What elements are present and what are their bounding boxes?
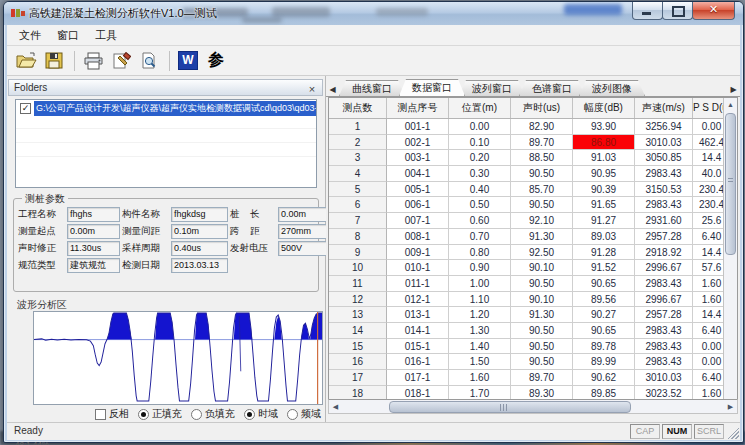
table-row[interactable]: 13013-11.2091.3090.272957.2814.4 — [329, 307, 737, 323]
table-cell[interactable]: 89.56 — [573, 292, 635, 308]
table-row[interactable]: 11011-11.0090.5090.652983.431.60 — [329, 276, 737, 292]
table-row[interactable]: 4004-10.3090.5090.952983.4340.0 — [329, 166, 737, 182]
table-cell[interactable]: 3150.53 — [635, 182, 693, 198]
table-cell[interactable]: 89.99 — [573, 354, 635, 370]
scroll-up-icon[interactable]: ▲ — [724, 98, 737, 111]
table-cell[interactable]: 1.50 — [449, 354, 511, 370]
table-row[interactable]: 9009-10.8092.5091.282918.9214.4 — [329, 245, 737, 261]
table-row[interactable]: 2002-10.1089.7086.803010.03462.4 — [329, 135, 737, 151]
table-cell[interactable]: 90.95 — [573, 166, 635, 182]
table-cell[interactable]: 90.27 — [573, 307, 635, 323]
menu-item[interactable]: 文件 — [11, 26, 49, 45]
table-cell[interactable]: 016-1 — [387, 354, 449, 370]
table-cell[interactable]: 91.03 — [573, 150, 635, 166]
table-cell[interactable]: 82.90 — [511, 119, 573, 135]
table-cell[interactable]: 014-1 — [387, 323, 449, 339]
table-cell[interactable]: 90.50 — [511, 276, 573, 292]
row-index-cell[interactable]: 13 — [329, 307, 387, 323]
radio-option[interactable]: 负填充 — [191, 407, 235, 421]
column-header[interactable]: 测点数 — [329, 98, 387, 118]
table-cell[interactable]: 3256.94 — [635, 119, 693, 135]
table-row[interactable]: 16016-11.5090.5089.992983.430.00 — [329, 354, 737, 370]
table-cell[interactable]: 91.30 — [511, 229, 573, 245]
table-cell[interactable]: 2931.60 — [635, 213, 693, 229]
row-index-cell[interactable]: 4 — [329, 166, 387, 182]
row-index-cell[interactable]: 8 — [329, 229, 387, 245]
tab-数据窗口[interactable]: 数据窗口 — [399, 79, 465, 96]
table-cell[interactable]: 0.20 — [449, 150, 511, 166]
radio-option[interactable]: 时域 — [244, 407, 278, 421]
checkbox-checked-icon[interactable]: ✓ — [20, 103, 31, 114]
table-row[interactable]: 8008-10.7091.3089.032957.286.40 — [329, 229, 737, 245]
table-cell[interactable]: 90.65 — [573, 276, 635, 292]
table-cell[interactable]: 91.28 — [573, 245, 635, 261]
panel-close-icon[interactable]: × — [306, 81, 318, 97]
data-process-button[interactable] — [108, 49, 134, 73]
window-titlebar[interactable]: 高铁建混凝土检测分析软件V1.0—测试 ✕ — [4, 2, 743, 25]
tab-曲线窗口[interactable]: 曲线窗口 — [339, 80, 405, 96]
vertical-scroll-thumb[interactable] — [725, 113, 736, 255]
table-cell[interactable]: 2996.67 — [635, 260, 693, 276]
table-cell[interactable]: 006-1 — [387, 197, 449, 213]
table-row[interactable]: 14014-11.3090.5090.652983.436.40 — [329, 323, 737, 339]
table-cell[interactable]: 1.40 — [449, 339, 511, 355]
table-cell[interactable]: 012-1 — [387, 292, 449, 308]
table-cell[interactable]: 3010.03 — [635, 135, 693, 151]
table-cell[interactable]: 2918.92 — [635, 245, 693, 261]
table-cell[interactable]: 86.80 — [573, 135, 635, 151]
row-index-cell[interactable]: 6 — [329, 197, 387, 213]
invert-checkbox[interactable]: 反相 — [95, 407, 129, 421]
column-header[interactable]: 声速(m/s) — [635, 98, 693, 118]
parameter-button[interactable]: 参 — [203, 49, 229, 73]
horizontal-scrollbar[interactable]: ◀ ▶ — [328, 399, 738, 414]
table-row[interactable]: 6006-10.5090.5091.652983.43230.4 — [329, 197, 737, 213]
table-cell[interactable]: 2996.67 — [635, 292, 693, 308]
minimize-button[interactable] — [632, 2, 663, 20]
table-cell[interactable]: 004-1 — [387, 166, 449, 182]
column-header[interactable]: 测点序号 — [387, 98, 449, 118]
table-cell[interactable]: 90.50 — [511, 354, 573, 370]
table-cell[interactable]: 2957.28 — [635, 307, 693, 323]
table-cell[interactable]: 3010.03 — [635, 370, 693, 386]
table-cell[interactable]: 89.03 — [573, 229, 635, 245]
tab-波列图像[interactable]: 波列图像 — [579, 80, 645, 96]
open-file-button[interactable] — [13, 49, 39, 73]
folders-list[interactable]: ✓ G:\公司产品设计开发\超声仪器\超声仪实地检测数据调试cd\qd03\qd… — [15, 99, 317, 188]
table-cell[interactable]: 90.62 — [573, 370, 635, 386]
table-cell[interactable]: 90.50 — [511, 166, 573, 182]
table-cell[interactable]: 89.78 — [573, 339, 635, 355]
print-button[interactable] — [80, 49, 106, 73]
table-cell[interactable]: 010-1 — [387, 260, 449, 276]
table-cell[interactable]: 0.70 — [449, 229, 511, 245]
row-index-cell[interactable]: 1 — [329, 119, 387, 135]
table-cell[interactable]: 1.30 — [449, 323, 511, 339]
row-index-cell[interactable]: 11 — [329, 276, 387, 292]
table-row[interactable]: 5005-10.4085.7090.393150.53230.4 — [329, 182, 737, 198]
row-index-cell[interactable]: 14 — [329, 323, 387, 339]
table-cell[interactable]: 90.50 — [511, 197, 573, 213]
table-cell[interactable]: 2957.28 — [635, 229, 693, 245]
row-index-cell[interactable]: 7 — [329, 213, 387, 229]
radio-option[interactable]: 频域 — [287, 407, 321, 421]
table-cell[interactable]: 2983.43 — [635, 354, 693, 370]
table-cell[interactable]: 0.00 — [449, 119, 511, 135]
row-index-cell[interactable]: 12 — [329, 292, 387, 308]
waveform-plot[interactable] — [33, 311, 323, 405]
table-cell[interactable]: 005-1 — [387, 182, 449, 198]
data-table[interactable]: 测点数测点序号位置(m)声时(us)幅度(dB)声速(m/s)P S D(us … — [328, 97, 738, 414]
tab-色谱窗口[interactable]: 色谱窗口 — [519, 80, 585, 96]
word-export-button[interactable]: W — [175, 49, 201, 73]
table-cell[interactable]: 002-1 — [387, 135, 449, 151]
column-header[interactable]: 位置(m) — [449, 98, 511, 118]
table-cell[interactable]: 008-1 — [387, 229, 449, 245]
row-index-cell[interactable]: 3 — [329, 150, 387, 166]
table-cell[interactable]: 90.39 — [573, 182, 635, 198]
table-cell[interactable]: 009-1 — [387, 245, 449, 261]
table-cell[interactable]: 91.65 — [573, 197, 635, 213]
table-cell[interactable]: 2983.43 — [635, 323, 693, 339]
table-cell[interactable]: 1.20 — [449, 307, 511, 323]
row-index-cell[interactable]: 9 — [329, 245, 387, 261]
table-cell[interactable]: 2983.43 — [635, 339, 693, 355]
table-cell[interactable]: 013-1 — [387, 307, 449, 323]
close-button[interactable]: ✕ — [692, 2, 735, 20]
